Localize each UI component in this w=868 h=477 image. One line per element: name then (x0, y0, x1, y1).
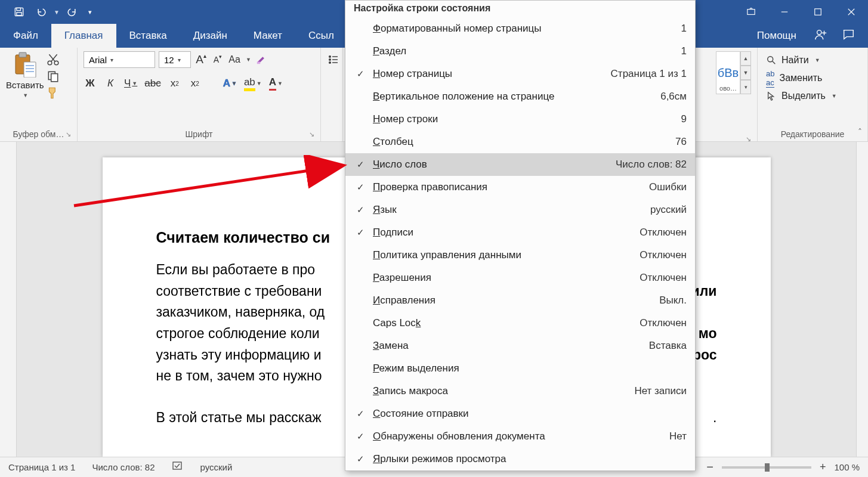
context-menu-item[interactable]: Столбец76 (345, 131, 695, 153)
tab-home[interactable]: Главная (51, 24, 116, 48)
minimize-button[interactable] (768, 0, 801, 24)
context-menu-item[interactable]: Форматированный номер страницы1 (345, 17, 695, 40)
check-icon: ✓ (353, 431, 368, 442)
subscript-button[interactable]: x2 (168, 76, 181, 91)
cut-button[interactable] (47, 54, 60, 66)
bold-button[interactable]: Ж (84, 76, 97, 91)
context-menu-label: Разрешения (373, 272, 628, 284)
tab-references[interactable]: Ссыл (295, 24, 347, 48)
superscript-button[interactable]: x2 (189, 76, 202, 91)
tab-file[interactable]: Файл (0, 24, 51, 48)
context-menu-item[interactable]: Политика управления даннымиОтключен (345, 244, 695, 267)
context-menu-label: Столбец (373, 136, 663, 148)
context-menu-label: Подписи (373, 227, 628, 238)
context-menu-item[interactable]: ✓Проверка правописанияОшибки (345, 176, 695, 199)
bullets-button[interactable] (327, 52, 340, 67)
context-menu-value: Отключен (632, 317, 687, 329)
font-name-combo[interactable]: Arial▾ (84, 51, 155, 68)
style-sample[interactable]: бВв ово… (716, 51, 740, 94)
context-menu-label: Обнаружены обновления документа (373, 430, 657, 442)
check-icon: ✓ (353, 408, 368, 419)
context-menu-item[interactable]: ✓Обнаружены обновления документаНет (345, 425, 695, 448)
clear-formatting-button[interactable] (255, 52, 268, 67)
context-menu-label: Проверка правописания (373, 181, 637, 193)
context-menu-item[interactable]: Режим выделения (345, 357, 695, 380)
context-menu-item[interactable]: Caps LockОтключен (345, 312, 695, 334)
context-menu-item[interactable]: Номер строки9 (345, 108, 695, 131)
styles-up-button[interactable]: ▲ (740, 51, 751, 66)
context-menu-item[interactable]: ЗаменаВставка (345, 334, 695, 357)
context-menu-item[interactable]: Запись макросаНет записи (345, 380, 695, 402)
context-menu-item[interactable]: ✓Число словЧисло слов: 82 (345, 153, 695, 176)
context-menu-label: Число слов (373, 159, 604, 171)
context-menu-item[interactable]: ✓Языкрусский (345, 199, 695, 221)
comments-icon[interactable] (842, 28, 855, 44)
clipboard-dialog-launcher[interactable]: ↘ (66, 131, 71, 138)
check-icon: ✓ (353, 159, 368, 170)
paste-button[interactable]: Вставить ▼ (6, 51, 44, 98)
context-menu-item[interactable]: Вертикальное положение на странице6,6см (345, 85, 695, 108)
redo-button[interactable] (61, 1, 82, 23)
svg-rect-13 (24, 62, 36, 78)
context-menu-item[interactable]: РазрешенияОтключен (345, 267, 695, 289)
svg-point-8 (817, 30, 821, 34)
select-button[interactable]: Выделить▼ (764, 87, 861, 105)
shrink-font-button[interactable]: A▾ (211, 52, 224, 67)
text-effects-button[interactable]: A▼ (223, 76, 237, 91)
grow-font-button[interactable]: A▴ (194, 52, 208, 67)
zoom-out-button[interactable]: − (706, 460, 713, 474)
context-menu-label: Состояние отправки (373, 408, 675, 420)
zoom-slider[interactable] (722, 466, 811, 469)
context-menu-label: Запись макроса (373, 385, 622, 397)
styles-more-button[interactable]: ▾ (740, 80, 751, 94)
context-menu-item[interactable]: ИсправленияВыкл. (345, 289, 695, 312)
find-button[interactable]: Найти▼ (764, 51, 861, 69)
styles-down-button[interactable]: ▼ (740, 66, 751, 80)
font-dialog-launcher[interactable]: ↘ (309, 131, 314, 138)
change-case-button[interactable]: Aa (228, 52, 241, 67)
underline-button[interactable]: Ч▼ (124, 76, 137, 91)
status-proofing-icon[interactable] (172, 461, 184, 473)
undo-button[interactable] (31, 1, 52, 23)
ribbon-display-options-button[interactable] (734, 0, 768, 24)
svg-rect-5 (815, 9, 821, 16)
qat-customize-button[interactable]: ▾ (84, 1, 97, 23)
quick-access-toolbar: ▼ ▾ (0, 1, 97, 23)
context-menu-item[interactable]: ✓Номер страницыСтраница 1 из 1 (345, 63, 695, 85)
check-icon: ✓ (353, 69, 368, 79)
status-language[interactable]: русский (200, 462, 233, 472)
zoom-in-button[interactable]: + (820, 461, 826, 473)
tab-insert[interactable]: Вставка (116, 24, 180, 48)
paste-label: Вставить (6, 80, 44, 90)
replace-button[interactable]: abac Заменить (764, 69, 861, 87)
maximize-button[interactable] (801, 0, 835, 24)
tab-design[interactable]: Дизайн (180, 24, 240, 48)
italic-button[interactable]: К (104, 76, 117, 91)
tab-layout[interactable]: Макет (240, 24, 295, 48)
vertical-scrollbar[interactable] (856, 142, 868, 457)
check-icon: ✓ (353, 227, 368, 238)
tab-help[interactable]: Помощн (753, 30, 800, 42)
strikethrough-button[interactable]: abc (144, 76, 160, 91)
save-button[interactable] (8, 1, 30, 23)
share-person-icon[interactable] (814, 28, 827, 44)
context-menu-label: Режим выделения (373, 363, 675, 374)
format-painter-button[interactable] (47, 87, 60, 99)
zoom-level[interactable]: 100 % (834, 462, 860, 472)
vertical-ruler (0, 142, 17, 457)
context-menu-item[interactable]: ✓Ярлыки режимов просмотра (345, 448, 695, 470)
context-menu-item[interactable]: Раздел1 (345, 40, 695, 63)
context-menu-value: Число слов: 82 (608, 159, 687, 171)
font-color-button[interactable]: A▼ (269, 76, 283, 91)
copy-button[interactable] (47, 70, 60, 82)
status-page[interactable]: Страница 1 из 1 (8, 462, 75, 472)
context-menu-label: Ярлыки режимов просмотра (373, 453, 675, 465)
close-button[interactable] (835, 0, 868, 24)
font-size-combo[interactable]: 12▾ (159, 51, 191, 68)
context-menu-item[interactable]: ✓ПодписиОтключен (345, 221, 695, 244)
highlight-button[interactable]: ab▼ (244, 76, 262, 91)
statusbar-context-menu: Настройка строки состояния Форматированн… (345, 0, 696, 471)
status-words[interactable]: Число слов: 82 (92, 462, 155, 472)
collapse-ribbon-button[interactable]: ˄ (858, 127, 862, 137)
context-menu-item[interactable]: ✓Состояние отправки (345, 402, 695, 425)
